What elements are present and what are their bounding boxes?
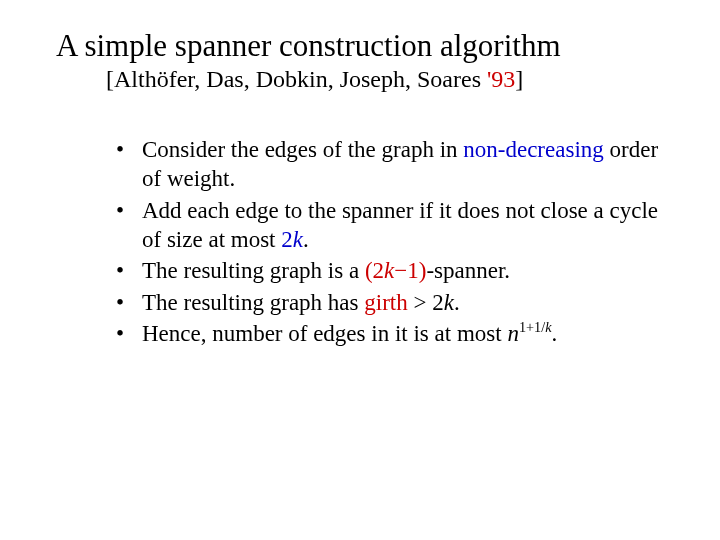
slide-subtitle: [Althöfer, Das, Dobkin, Joseph, Soares '… [106, 66, 672, 93]
text: Add each edge to the spanner if it does … [142, 198, 658, 252]
exponent: 1+1/k [519, 320, 552, 336]
bullet-list: Consider the edges of the graph in non-d… [112, 135, 672, 349]
bullet-5: Hence, number of edges in it is at most … [112, 319, 672, 348]
text: The resulting graph has [142, 290, 364, 315]
text: The resulting graph is a [142, 258, 365, 283]
citation-close: ] [515, 66, 523, 92]
citation-authors: [Althöfer, Das, Dobkin, Joseph, Soares [106, 66, 487, 92]
math-gt-2k: > 2k [413, 290, 453, 315]
open: (2 [365, 258, 384, 283]
text: . [454, 290, 460, 315]
text: Hence, number of edges in it is at most [142, 321, 507, 346]
emphasis-non-decreasing: non-decreasing [463, 137, 604, 162]
text: . [551, 321, 557, 346]
var-k: k [444, 290, 454, 315]
var-k: k [384, 258, 394, 283]
math-2k-1: (2k−1) [365, 258, 427, 283]
math-2k: 2k [281, 227, 303, 252]
term-girth: girth [364, 290, 413, 315]
bullet-2: Add each edge to the spanner if it does … [112, 196, 672, 255]
exp-text: 1+1/ [519, 320, 545, 336]
citation-year: '93 [487, 66, 515, 92]
text: -spanner. [426, 258, 510, 283]
bullet-4: The resulting graph has girth > 2k. [112, 288, 672, 317]
bullet-1: Consider the edges of the graph in non-d… [112, 135, 672, 194]
slide: A simple spanner construction algorithm … [0, 0, 720, 540]
slide-title: A simple spanner construction algorithm [56, 28, 672, 64]
text: Consider the edges of the graph in [142, 137, 463, 162]
text: . [303, 227, 309, 252]
var-k: k [293, 227, 303, 252]
var-n: n [507, 321, 519, 346]
bullet-3: The resulting graph is a (2k−1)-spanner. [112, 256, 672, 285]
gt2: > 2 [413, 290, 443, 315]
num: 2 [281, 227, 293, 252]
close: −1) [394, 258, 426, 283]
